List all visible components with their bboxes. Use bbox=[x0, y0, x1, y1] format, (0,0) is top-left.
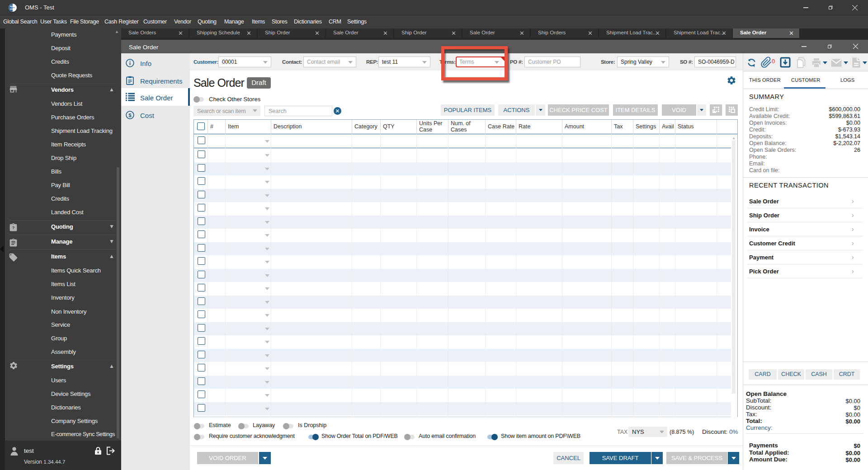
svg-text:$: $ bbox=[128, 113, 132, 118]
svg-text:?: ? bbox=[12, 225, 15, 230]
